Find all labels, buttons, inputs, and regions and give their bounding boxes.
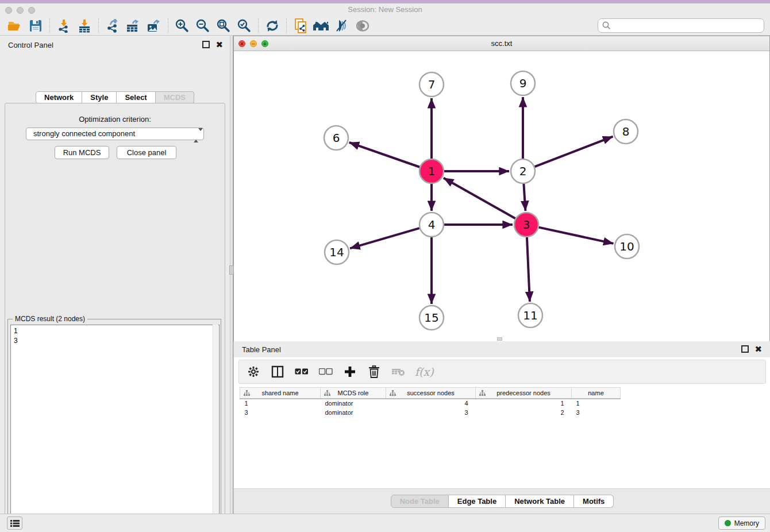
table-cell[interactable]: 3 [240, 408, 321, 417]
graph-node-11[interactable]: 11 [518, 303, 542, 327]
graph-node-3[interactable]: 3 [514, 213, 538, 237]
table-options-icon[interactable] [246, 364, 261, 379]
graph-node-1[interactable]: 1 [419, 159, 444, 183]
table-row[interactable]: 1dominator411 [240, 399, 621, 408]
minimize-window-button[interactable] [17, 7, 24, 14]
table-cell[interactable]: dominator [321, 399, 386, 408]
graph-edge-4-14[interactable] [350, 228, 419, 248]
clone-network-icon[interactable] [290, 17, 311, 34]
export-image-icon[interactable] [144, 17, 164, 34]
search-box[interactable] [598, 18, 764, 33]
graph-edge-3-10[interactable] [538, 228, 613, 244]
network-graph[interactable]: 7968124314101511 [234, 51, 769, 341]
tab-select[interactable]: Select [117, 91, 155, 103]
tab-mcds[interactable]: MCDS [156, 91, 194, 103]
column-header-successor-nodes[interactable]: successor nodes [386, 388, 476, 399]
graph-edge-3-11[interactable] [527, 237, 530, 302]
deselect-all-columns-icon[interactable] [318, 364, 333, 379]
float-table-panel-icon[interactable] [741, 345, 749, 353]
select-all-columns-icon[interactable] [294, 364, 309, 379]
close-network-button[interactable]: × [238, 40, 245, 47]
column-header-name[interactable]: name [572, 388, 621, 399]
tab-network[interactable]: Network [36, 91, 82, 103]
table-cell[interactable]: 2 [476, 408, 572, 417]
import-network-icon[interactable] [53, 17, 74, 34]
table-cell[interactable]: 1 [240, 399, 321, 408]
table-cell[interactable]: 3 [386, 408, 476, 417]
zoom-in-icon[interactable] [172, 17, 192, 34]
optimization-criterion-select[interactable]: strongly connected component [26, 128, 204, 140]
add-row-icon[interactable] [342, 364, 357, 379]
graph-node-10[interactable]: 10 [615, 234, 639, 259]
close-window-button[interactable] [5, 7, 12, 14]
svg-text:1: 1 [428, 164, 436, 178]
zoom-window-button[interactable] [28, 7, 35, 14]
maximize-network-button[interactable]: + [261, 40, 268, 47]
task-history-button[interactable] [7, 516, 22, 530]
graph-edge-2-8[interactable] [535, 137, 613, 167]
table-row[interactable]: 3dominator323 [240, 408, 621, 417]
home-icon[interactable] [311, 17, 332, 34]
network-canvas[interactable]: 7968124314101511 [234, 51, 769, 341]
minimize-network-button[interactable]: − [250, 40, 257, 47]
graph-edge-3-1[interactable] [444, 178, 515, 218]
delete-row-icon[interactable] [367, 364, 382, 379]
optimization-criterion-value: strongly connected component [33, 129, 135, 138]
export-network-icon[interactable] [102, 17, 123, 34]
hide-graphics-details-icon[interactable] [332, 17, 352, 34]
graph-node-4[interactable]: 4 [419, 213, 444, 237]
graph-node-14[interactable]: 14 [325, 240, 349, 264]
svg-text:10: 10 [619, 240, 634, 253]
graph-node-8[interactable]: 8 [614, 119, 638, 144]
tab-style[interactable]: Style [82, 91, 117, 103]
open-session-icon[interactable] [5, 17, 25, 34]
graph-edge-1-6[interactable] [349, 142, 420, 167]
status-bar: Memory [0, 514, 770, 532]
zoom-selected-icon[interactable] [234, 17, 255, 34]
run-mcds-button[interactable]: Run MCDS [55, 146, 109, 159]
graph-node-9[interactable]: 9 [511, 71, 535, 95]
close-panel-button[interactable]: Close panel [117, 146, 176, 159]
canvas-resize-handle[interactable] [497, 337, 502, 341]
import-table-icon[interactable] [74, 17, 95, 34]
table-cell[interactable]: 1 [476, 399, 572, 408]
tab-node-table[interactable]: Node Table [391, 495, 449, 508]
table-cell[interactable]: dominator [321, 408, 386, 417]
column-header-mcds-role[interactable]: MCDS role [321, 388, 386, 399]
close-panel-icon[interactable]: ✖ [215, 41, 223, 48]
memory-status-icon [725, 520, 731, 526]
tab-network-table[interactable]: Network Table [506, 495, 574, 508]
search-input[interactable] [611, 20, 764, 32]
memory-button[interactable]: Memory [718, 516, 765, 530]
memory-label: Memory [734, 519, 759, 527]
close-table-panel-icon[interactable]: ✖ [754, 345, 762, 353]
graph-node-15[interactable]: 15 [419, 306, 444, 330]
mcds-result-text[interactable]: 1 3 [10, 325, 220, 532]
table-cell[interactable]: 1 [572, 399, 621, 408]
svg-text:6: 6 [333, 131, 340, 145]
graph-edge-2-3[interactable] [523, 184, 525, 211]
save-session-icon[interactable] [25, 17, 46, 34]
zoom-out-icon[interactable] [192, 17, 213, 34]
float-panel-icon[interactable] [202, 41, 210, 48]
graph-node-2[interactable]: 2 [511, 159, 535, 183]
svg-text:4: 4 [428, 218, 436, 232]
graph-node-7[interactable]: 7 [419, 72, 444, 97]
export-table-icon[interactable] [123, 17, 144, 34]
table-cell[interactable]: 3 [572, 408, 621, 417]
show-graphics-details-icon[interactable] [352, 17, 373, 34]
toolbar-separator [168, 18, 168, 33]
graph-node-6[interactable]: 6 [324, 126, 348, 150]
table-cell[interactable]: 4 [386, 399, 476, 408]
zoom-fit-icon[interactable] [213, 17, 234, 34]
column-header-predecessor-nodes[interactable]: predecessor nodes [476, 388, 572, 399]
toolbar-separator [258, 18, 259, 33]
show-column-icon[interactable] [270, 364, 285, 379]
tab-edge-table[interactable]: Edge Table [449, 495, 506, 508]
apply-layout-icon[interactable] [262, 17, 283, 34]
select-stepper-icon [194, 130, 199, 141]
control-panel-tabs: Network Style Select MCDS [0, 91, 230, 103]
result-scrollbar[interactable] [213, 325, 218, 532]
tab-motifs[interactable]: Motifs [574, 495, 614, 508]
column-header-shared-name[interactable]: shared name [240, 388, 321, 399]
